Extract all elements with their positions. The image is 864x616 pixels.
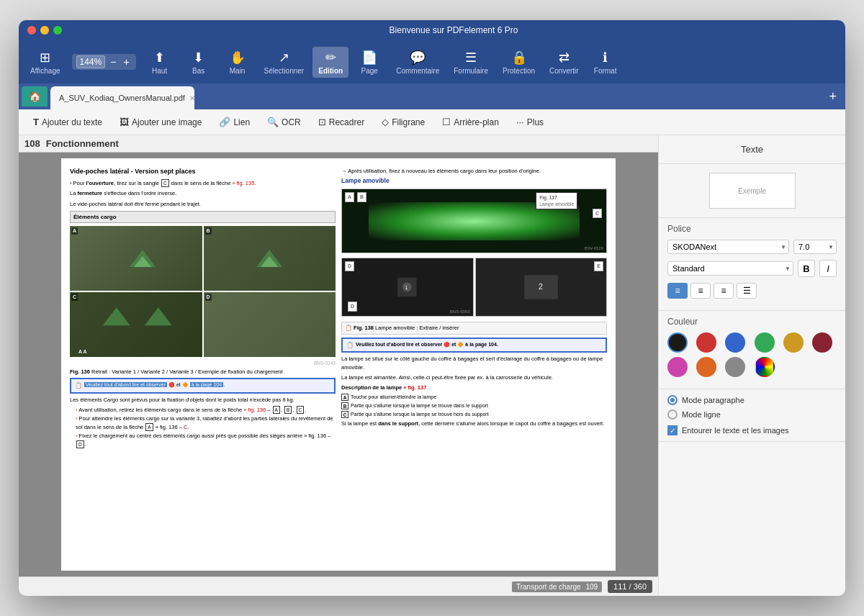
fig136-caption: Fig. 136 Retrait : Variante 1 / Variante…: [70, 368, 336, 376]
align-center-button[interactable]: ≡: [690, 283, 711, 299]
color-red[interactable]: [696, 332, 716, 353]
mode-section: Mode paragraphe Mode ligne ✓ Entourer le…: [659, 389, 845, 442]
pdf-viewer[interactable]: 108 Fonctionnement Vide-poches latéral -…: [19, 135, 658, 596]
tabbar: 🏠 A_SUV_Kodiaq_OwnersManual.pdf ✕ +: [19, 83, 845, 109]
zoom-value[interactable]: 144%: [76, 55, 106, 68]
page-indicator: 111 / 360: [608, 580, 652, 593]
right-column: → Après utilisation, fixez à nouveau les…: [341, 167, 607, 450]
checkbox-box[interactable]: ✓: [667, 425, 678, 435]
tab-document[interactable]: A_SUV_Kodiaq_OwnersManual.pdf ✕: [50, 86, 194, 109]
color-gold[interactable]: [783, 332, 804, 353]
font-size-select[interactable]: 7.0: [793, 240, 837, 254]
toolbar-formulaire[interactable]: ☰ Formulaire: [448, 47, 494, 78]
color-pink[interactable]: [667, 357, 688, 377]
color-green[interactable]: [755, 332, 775, 353]
toolbar-haut[interactable]: ⬆ Haut: [142, 47, 178, 78]
style-controls: Standard ▼ B I: [667, 260, 837, 277]
align-left-button[interactable]: ≡: [667, 283, 688, 299]
arriere-plan-label: Arrière-plan: [454, 117, 499, 127]
cargo-img-d: D: [204, 292, 336, 357]
font-name-wrapper: SKODANext ▼: [667, 240, 789, 254]
lamp-image-bottom-right: E 2: [475, 258, 608, 317]
font-size-wrapper: 7.0 ▼: [793, 240, 837, 254]
mode-paragraphe-label: Mode paragraphe: [682, 396, 744, 404]
checkbox-label: Entourer le texte et les images: [682, 426, 789, 435]
recadrer-button[interactable]: ⊡ Recadrer: [312, 114, 370, 130]
toolbar-selectionner[interactable]: ↗ Sélectionner: [258, 47, 310, 78]
protection-icon: 🔒: [511, 50, 527, 65]
font-name-select[interactable]: SKODANext: [667, 240, 789, 254]
color-multi[interactable]: [755, 357, 775, 377]
bold-button[interactable]: B: [798, 260, 815, 277]
warning-text-right: Veuillez tout d'abord lire et observer 🔴…: [356, 341, 498, 348]
italic-button[interactable]: I: [819, 260, 837, 277]
color-gray[interactable]: [725, 357, 745, 377]
mode-ligne-option[interactable]: Mode ligne: [667, 409, 837, 420]
toolbar-convertir[interactable]: ⇄ Convertir: [544, 47, 585, 78]
cargo-img-c: C A A: [70, 292, 202, 357]
plus-button[interactable]: ··· Plus: [510, 114, 549, 130]
elements-cargo-section: Éléments cargo: [70, 211, 336, 223]
lampe-section-title: Lampe amovible: [341, 177, 607, 186]
toolbar-bas[interactable]: ⬇ Bas: [181, 47, 217, 78]
page-number: 108: [24, 138, 40, 149]
maximize-button[interactable]: [53, 26, 62, 35]
page-title-text: Fonctionnement: [46, 138, 119, 149]
formulaire-label: Formulaire: [454, 67, 488, 75]
ocr-button[interactable]: 🔍 OCR: [261, 114, 307, 130]
color-grid: [667, 332, 837, 377]
cargo-text: Les éléments Cargo sont prévus pour la f…: [70, 396, 336, 404]
desc-c-text: Partie qui s'allume lorsque la lampe se …: [351, 411, 489, 418]
lamp-text3: Si la lampe est dans le support, cette d…: [341, 420, 607, 427]
font-style-select[interactable]: Standard: [667, 261, 793, 276]
desc-c: C Partie qui s'allume lorsque la lampe s…: [341, 411, 607, 418]
letter-c: C: [341, 411, 348, 418]
align-justify-button[interactable]: ☰: [737, 283, 757, 299]
color-orange[interactable]: [696, 357, 716, 377]
mode-ligne-radio[interactable]: [667, 409, 678, 420]
link-button[interactable]: 🔗 Lien: [213, 114, 256, 130]
filigrane-button[interactable]: ◇ Filigrane: [376, 114, 431, 130]
toolbar-affichage[interactable]: ⊞ Affichage: [24, 47, 66, 78]
font-section: Police SKODANext ▼ 7.0 ▼: [659, 218, 845, 311]
arriere-plan-button[interactable]: ☐ Arrière-plan: [436, 114, 505, 130]
toolbar-protection[interactable]: 🔒 Protection: [497, 47, 541, 78]
toolbar-format[interactable]: ℹ Format: [588, 47, 624, 78]
ocr-icon: 🔍: [267, 117, 279, 127]
zoom-decrease[interactable]: −: [108, 56, 118, 68]
page-header: 108 Fonctionnement: [19, 135, 658, 153]
toolbar-main[interactable]: ✋ Main: [220, 47, 256, 78]
desc-b-text: Partie qui s'allume lorsque la lampe se …: [351, 402, 488, 409]
close-button[interactable]: [27, 26, 36, 35]
align-controls: ≡ ≡ ≡ ☰: [667, 283, 837, 299]
svg-text:2: 2: [539, 282, 543, 291]
align-right-button[interactable]: ≡: [714, 283, 734, 299]
affichage-label: Affichage: [30, 67, 60, 75]
zoom-increase[interactable]: +: [121, 56, 131, 68]
color-blue[interactable]: [725, 332, 745, 353]
color-dark-red[interactable]: [812, 332, 832, 353]
color-section: Couleur: [659, 311, 845, 389]
toolbar-page[interactable]: 📄 Page: [351, 47, 387, 78]
desc-title: Description de la lampe » fig. 137: [341, 384, 607, 391]
toolbar-commentaire[interactable]: 💬 Commentaire: [390, 47, 445, 78]
format-icon: ℹ: [603, 50, 608, 65]
recadrer-label: Recadrer: [329, 117, 364, 127]
toolbar-edition[interactable]: ✏ Edition: [312, 47, 348, 78]
add-text-button[interactable]: T Ajouter du texte: [27, 114, 108, 130]
tab-close-button[interactable]: ✕: [189, 94, 195, 102]
mode-paragraphe-radio[interactable]: [667, 395, 678, 405]
add-image-button[interactable]: 🖼 Ajouter une image: [114, 114, 207, 130]
minimize-button[interactable]: [40, 26, 49, 35]
tab-add-button[interactable]: +: [823, 83, 842, 109]
checkbox-item[interactable]: ✓ Entourer le texte et les images: [667, 425, 837, 435]
letter-b: B: [341, 402, 348, 409]
formulaire-icon: ☰: [465, 50, 477, 65]
footer-label-text: Transport de charge: [516, 583, 581, 591]
pdf-content[interactable]: Vide-poches latéral - Version sept place…: [19, 153, 658, 576]
color-black[interactable]: [667, 332, 688, 353]
svg-text:1: 1: [405, 285, 408, 290]
tab-home[interactable]: 🏠: [22, 86, 48, 107]
main-toolbar: ⊞ Affichage 144% − + ⬆ Haut ⬇ Bas ✋ Main…: [19, 40, 845, 83]
mode-paragraphe-option[interactable]: Mode paragraphe: [667, 395, 837, 405]
